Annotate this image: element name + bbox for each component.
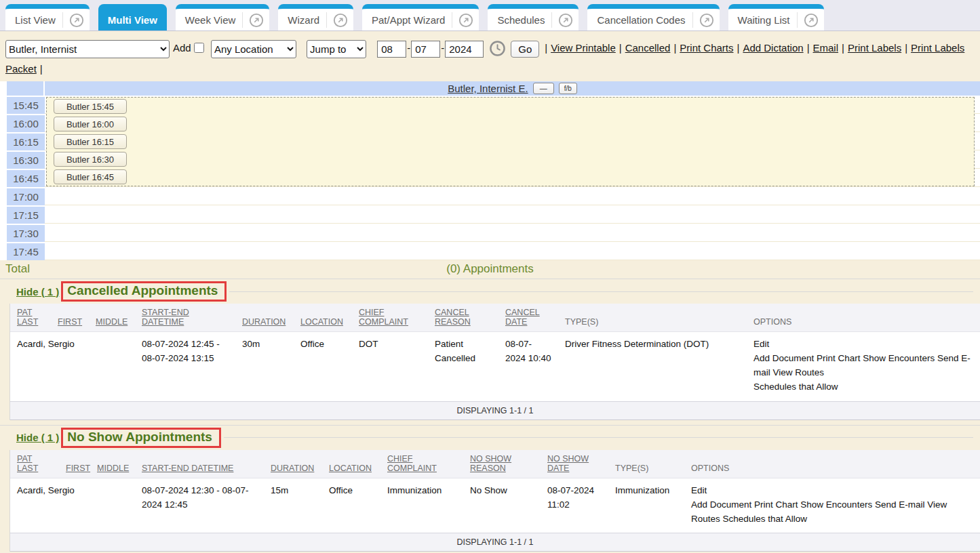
add-checkbox[interactable] — [194, 43, 204, 53]
cancel-reason: Patient Cancelled — [428, 332, 498, 402]
open-new-window-icon[interactable] — [326, 12, 351, 28]
cancelled-link[interactable]: Cancelled — [625, 42, 671, 54]
displaying-count: DISPLAYING 1-1 / 1 — [10, 533, 980, 552]
edit-option[interactable]: Edit — [753, 337, 973, 352]
date-month-field[interactable] — [377, 41, 406, 58]
col-options: OPTIONS — [684, 450, 980, 478]
tab-label: Schedules — [492, 14, 551, 26]
tab-cancellation-codes[interactable]: Cancellation Codes — [587, 4, 719, 30]
slot-button[interactable]: Butler 16:45 — [54, 169, 127, 184]
chief-complaint: DOT — [352, 332, 428, 402]
slot-button[interactable]: Butler 15:45 — [54, 99, 127, 114]
date-day-field[interactable] — [411, 41, 440, 58]
collapse-column-button[interactable]: — — [533, 83, 554, 94]
print-charts-link[interactable]: Print Charts — [680, 42, 733, 54]
displaying-count: DISPLAYING 1-1 / 1 — [10, 402, 980, 420]
tab-label: Waiting List — [732, 14, 797, 26]
tab-pat-appt-wizard[interactable]: Pat/Appt Wizard — [362, 4, 479, 30]
col-middle: MIDDLE — [90, 450, 135, 478]
schedules-that-allow-option[interactable]: Schedules that Allow — [753, 380, 973, 394]
no-show-appointments-table: PAT LAST FIRST MIDDLE START-END DATETIME… — [10, 450, 980, 534]
tab-wizard[interactable]: Wizard — [278, 4, 353, 30]
cancelled-section-title: Cancelled Appointments — [67, 283, 218, 298]
col-duration: DURATION — [235, 304, 294, 332]
tab-label: Cancellation Codes — [591, 14, 692, 26]
schedule-grid: Butler, Internist E. — f/b 15:45 16:00 1… — [0, 81, 980, 279]
annotation-red-box: Cancelled Appointments — [61, 281, 227, 302]
tab-multi-view[interactable]: Multi View — [98, 4, 167, 30]
divider — [229, 291, 973, 292]
start-end-datetime: 08-07-2024 12:30 - 08-07-2024 12:45 — [135, 478, 264, 533]
chief-complaint: Immunization — [380, 478, 463, 533]
col-datetime: START-END DATETIME — [135, 450, 264, 478]
tab-list-view[interactable]: List View — [5, 4, 90, 30]
col-pat-last: PAT LAST — [10, 304, 51, 332]
slot-button[interactable]: Butler 16:15 — [54, 134, 127, 149]
open-new-window-icon[interactable] — [452, 12, 476, 28]
cancel-date: 08-07-2024 10:40 — [498, 332, 558, 402]
col-datetime: START-END DATETIME — [135, 304, 235, 332]
open-new-window-icon[interactable] — [62, 12, 87, 28]
col-cancel-date: CANCEL DATE — [498, 304, 558, 332]
col-types: TYPE(S) — [608, 450, 684, 478]
open-new-window-icon[interactable] — [797, 12, 821, 28]
col-types: TYPE(S) — [558, 304, 747, 332]
options-cell: Edit Add Document Print Chart Show Encou… — [747, 332, 980, 402]
col-cancel-reason: CANCEL REASON — [428, 304, 498, 332]
col-location: LOCATION — [294, 304, 352, 332]
open-new-window-icon[interactable] — [551, 12, 576, 28]
table-row: Acardi, Sergio 08-07-2024 12:30 - 08-07-… — [10, 478, 980, 533]
provider-select[interactable]: Butler, Internist — [5, 40, 170, 58]
jump-to-select[interactable]: Jump to — [307, 40, 366, 58]
time-label: 15:45 — [7, 97, 45, 114]
schedule-column-header: Butler, Internist E. — f/b — [0, 81, 980, 96]
provider-column-link[interactable]: Butler, Internist E. — [448, 83, 528, 94]
date-year-field[interactable] — [445, 41, 484, 58]
tab-schedules[interactable]: Schedules — [488, 4, 579, 30]
col-first: FIRST — [59, 450, 90, 478]
row-options[interactable]: Add Document Print Chart Show Encounters… — [691, 498, 973, 527]
options-cell: Edit Add Document Print Chart Show Encou… — [684, 478, 980, 533]
view-printable-link[interactable]: View Printable — [551, 42, 616, 54]
slot-button[interactable]: Butler 16:30 — [54, 152, 127, 167]
location: Office — [322, 478, 380, 533]
slot-button[interactable]: Butler 16:00 — [54, 117, 127, 131]
time-label: 17:45 — [7, 243, 45, 260]
duration: 30m — [235, 332, 294, 402]
cancelled-appointments-section: Hide ( 1 ) Cancelled Appointments PAT LA… — [0, 279, 980, 420]
col-first: FIRST — [51, 304, 89, 332]
print-labels-link[interactable]: Print Labels — [848, 42, 901, 54]
time-label: 16:30 — [7, 152, 45, 169]
total-label: Total — [5, 262, 30, 276]
no-show-date: 08-07-2024 11:02 — [541, 478, 608, 533]
fb-toggle-button[interactable]: f/b — [559, 83, 577, 94]
tab-label: Week View — [180, 14, 242, 26]
schedule-row — [45, 242, 980, 260]
col-options: OPTIONS — [747, 304, 980, 332]
row-options[interactable]: Add Document Print Chart Show Encounters… — [753, 352, 973, 380]
start-end-datetime: 08-07-2024 12:45 - 08-07-2024 13:15 — [135, 332, 235, 402]
location-select[interactable]: Any Location — [211, 40, 296, 58]
time-label: 17:15 — [7, 207, 45, 224]
edit-option[interactable]: Edit — [691, 484, 973, 498]
open-new-window-icon[interactable] — [242, 12, 267, 28]
tab-week-view[interactable]: Week View — [176, 4, 269, 30]
email-link[interactable]: Email — [813, 42, 839, 54]
calendar-clock-icon[interactable] — [489, 40, 506, 57]
col-location: LOCATION — [322, 450, 380, 478]
tab-bar: List View Multi View Week View Wizard Pa… — [0, 0, 980, 31]
hide-no-show-link[interactable]: Hide ( 1 ) — [16, 432, 59, 443]
add-dictation-link[interactable]: Add Dictation — [743, 42, 803, 54]
patient-name: Acardi, Sergio — [10, 332, 135, 402]
time-label: 16:45 — [7, 170, 45, 187]
col-chief-complaint: CHIEF COMPLAINT — [380, 450, 463, 478]
time-label: 17:30 — [7, 225, 45, 242]
col-pat-last: PAT LAST — [10, 450, 59, 478]
go-button[interactable]: Go — [511, 41, 539, 58]
tab-waiting-list[interactable]: Waiting List — [728, 4, 824, 30]
tab-label: Pat/Appt Wizard — [366, 14, 452, 26]
open-new-window-icon[interactable] — [692, 12, 717, 28]
hide-cancelled-link[interactable]: Hide ( 1 ) — [16, 286, 59, 298]
appointment-types: Driver Fitness Determination (DOT) — [558, 332, 747, 402]
schedule-row — [45, 205, 980, 224]
